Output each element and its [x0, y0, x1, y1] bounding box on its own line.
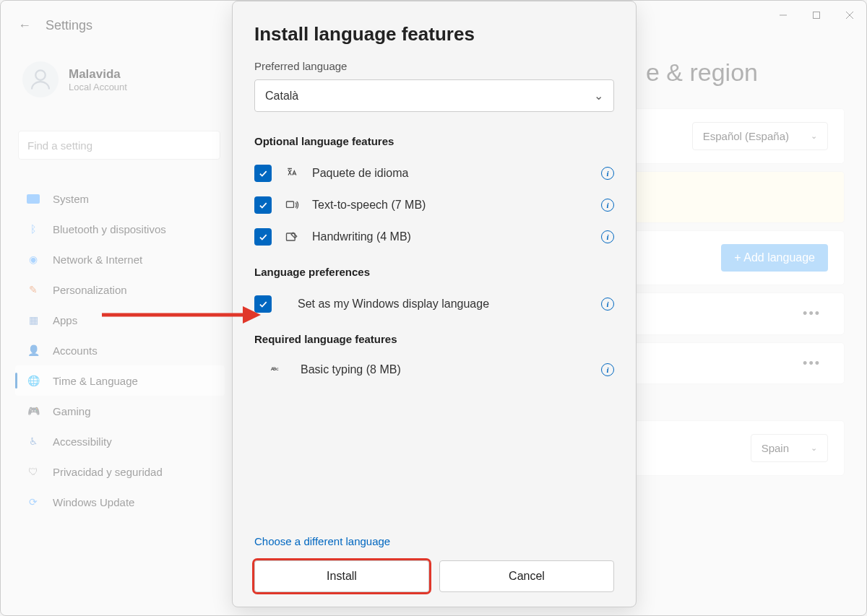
nav-update[interactable]: ⟳Windows Update — [15, 487, 225, 517]
cancel-button[interactable]: Cancel — [439, 560, 614, 592]
brush-icon: ✎ — [27, 283, 40, 296]
chevron-down-icon: ⌄ — [811, 131, 817, 141]
window-controls — [767, 1, 866, 30]
more-options-button[interactable]: ••• — [795, 306, 828, 321]
install-language-dialog: Install language features Preferred lang… — [232, 1, 637, 607]
nav-apps[interactable]: ▦Apps — [15, 305, 225, 335]
preferred-language-label: Preferred language — [254, 60, 614, 72]
display-language-select[interactable]: Español (España) ⌄ — [692, 122, 828, 150]
app-title: Settings — [46, 18, 92, 33]
gamepad-icon: 🎮 — [27, 404, 40, 417]
bluetooth-icon: ᛒ — [27, 222, 40, 235]
monitor-icon — [27, 194, 40, 204]
language-pack-row: Paquete de idioma i — [254, 157, 614, 189]
install-button[interactable]: Install — [254, 560, 429, 592]
nav-bluetooth[interactable]: ᛒBluetooth y dispositivos — [15, 214, 225, 244]
close-button[interactable] — [833, 1, 866, 30]
svg-rect-5 — [287, 201, 294, 207]
search-input[interactable]: Find a setting — [18, 131, 220, 160]
person-icon: 👤 — [27, 344, 40, 357]
nav-network[interactable]: ◉Network & Internet — [15, 244, 225, 274]
display-language-row: Set as my Windows display language i — [254, 288, 614, 320]
country-select[interactable]: Spain ⌄ — [751, 434, 828, 462]
language-prefs-heading: Language preferences — [254, 266, 614, 278]
info-icon[interactable]: i — [601, 199, 614, 212]
basic-typing-icon: ᴬᴮᶜ — [267, 363, 282, 377]
chevron-down-icon: ⌄ — [594, 89, 603, 103]
info-icon[interactable]: i — [601, 167, 614, 180]
maximize-button[interactable] — [800, 1, 833, 30]
choose-different-language-link[interactable]: Choose a different language — [254, 535, 614, 547]
add-language-button[interactable]: + Add language — [721, 244, 828, 272]
chevron-down-icon: ⌄ — [811, 443, 817, 453]
tts-icon — [285, 198, 299, 212]
tts-row: Text-to-speech (7 MB) i — [254, 189, 614, 221]
language-dropdown[interactable]: Català ⌄ — [254, 79, 614, 112]
wifi-icon: ◉ — [27, 253, 40, 266]
globe-clock-icon: 🌐 — [27, 374, 40, 387]
tts-checkbox[interactable] — [254, 196, 272, 214]
minimize-button[interactable] — [767, 1, 800, 30]
search-placeholder: Find a setting — [27, 139, 92, 152]
nav-system[interactable]: System — [15, 184, 225, 214]
accessibility-icon: ♿︎ — [27, 435, 40, 448]
info-icon[interactable]: i — [601, 363, 614, 376]
info-icon[interactable]: i — [601, 298, 614, 311]
svg-rect-1 — [814, 12, 820, 19]
info-icon[interactable]: i — [601, 230, 614, 243]
more-options-button[interactable]: ••• — [795, 356, 828, 371]
dialog-title: Install language features — [254, 23, 614, 45]
nav-accounts[interactable]: 👤Accounts — [15, 335, 225, 365]
handwriting-row: Handwriting (4 MB) i — [254, 221, 614, 253]
basic-typing-row: ᴬᴮᶜ Basic typing (8 MB) i — [254, 355, 614, 384]
nav-personalization[interactable]: ✎Personalization — [15, 274, 225, 305]
nav-privacy[interactable]: 🛡Privacidad y seguridad — [15, 456, 225, 487]
language-pack-checkbox[interactable] — [254, 165, 272, 182]
handwriting-icon — [285, 230, 299, 244]
account-type: Local Account — [69, 82, 127, 92]
language-pack-icon — [285, 166, 299, 181]
sidebar-nav: System ᛒBluetooth y dispositivos ◉Networ… — [15, 184, 225, 517]
apps-icon: ▦ — [27, 313, 40, 326]
svg-point-4 — [35, 70, 46, 80]
back-button[interactable]: ← — [18, 18, 31, 33]
required-features-heading: Required language features — [254, 333, 614, 345]
nav-time-language[interactable]: 🌐Time & Language — [15, 365, 225, 396]
update-icon: ⟳ — [27, 495, 40, 508]
optional-features-heading: Optional language features — [254, 135, 614, 147]
nav-gaming[interactable]: 🎮Gaming — [15, 396, 225, 426]
shield-icon: 🛡 — [27, 465, 40, 478]
user-name: Malavida — [69, 67, 127, 82]
nav-accessibility[interactable]: ♿︎Accessibility — [15, 426, 225, 456]
avatar — [22, 61, 59, 97]
handwriting-checkbox[interactable] — [254, 228, 272, 246]
user-block[interactable]: Malavida Local Account — [22, 61, 127, 97]
display-language-checkbox[interactable] — [254, 295, 272, 313]
